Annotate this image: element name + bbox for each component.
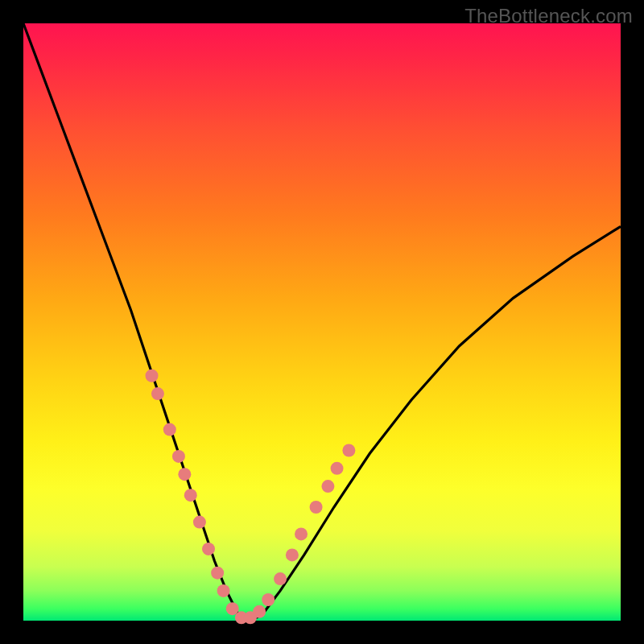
marker-point [163,423,176,436]
marker-point [274,572,287,585]
marker-point [172,450,185,463]
chart-container: TheBottleneck.com [0,0,644,644]
marker-point [178,468,191,481]
marker-point [342,444,355,457]
marker-point [321,480,334,493]
bottleneck-curve [23,23,621,621]
marker-point [295,527,308,540]
marker-point [331,462,344,475]
marker-point [286,548,299,561]
marker-point [217,584,230,597]
marker-point [262,593,275,606]
highlighted-points-group [146,369,356,625]
plot-area [23,23,621,621]
marker-point [253,605,266,618]
marker-point [211,567,224,580]
curve-svg [23,23,621,621]
watermark-text: TheBottleneck.com [464,5,633,27]
marker-point [202,543,215,555]
marker-point [184,489,197,502]
marker-point [151,387,164,400]
marker-point [310,501,323,514]
marker-point [146,369,159,382]
marker-point [193,516,206,529]
